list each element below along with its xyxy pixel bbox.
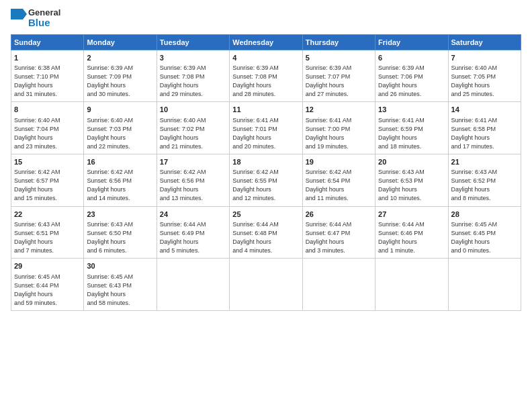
day-info: Sunrise: 6:42 AMSunset: 6:56 PMDaylight … [160, 168, 226, 203]
day-info: Sunrise: 6:42 AMSunset: 6:55 PMDaylight … [232, 168, 299, 203]
calendar-day-cell: 22Sunrise: 6:43 AMSunset: 6:51 PMDayligh… [11, 206, 84, 259]
calendar-day-cell: 2Sunrise: 6:39 AMSunset: 7:09 PMDaylight… [84, 50, 157, 102]
calendar-day-cell: 16Sunrise: 6:42 AMSunset: 6:56 PMDayligh… [84, 154, 157, 206]
calendar-day-cell: 14Sunrise: 6:41 AMSunset: 6:58 PMDayligh… [448, 102, 521, 154]
day-number: 2 [87, 53, 153, 63]
day-number: 16 [87, 157, 153, 167]
calendar-day-cell: 1Sunrise: 6:38 AMSunset: 7:10 PMDaylight… [11, 50, 84, 102]
day-number: 10 [160, 105, 226, 115]
day-number: 15 [14, 157, 81, 167]
day-info: Sunrise: 6:43 AMSunset: 6:51 PMDaylight … [14, 220, 81, 255]
day-info: Sunrise: 6:41 AMSunset: 7:00 PMDaylight … [306, 116, 372, 151]
weekday-header: Sunday [11, 34, 84, 50]
calendar-day-cell: 25Sunrise: 6:44 AMSunset: 6:48 PMDayligh… [230, 206, 302, 259]
page: GeneralBlue SundayMondayTuesdayWednesday… [0, 0, 532, 411]
calendar-day-cell: 30Sunrise: 6:45 AMSunset: 6:43 PMDayligh… [84, 259, 157, 311]
day-number: 27 [378, 210, 445, 220]
day-number: 18 [232, 157, 299, 167]
weekday-header: Thursday [302, 34, 375, 50]
day-number: 20 [378, 157, 445, 167]
day-info: Sunrise: 6:41 AMSunset: 6:59 PMDaylight … [378, 116, 445, 151]
day-number: 9 [87, 105, 153, 115]
day-info: Sunrise: 6:45 AMSunset: 6:44 PMDaylight … [14, 273, 81, 308]
calendar-table: SundayMondayTuesdayWednesdayThursdayFrid… [11, 34, 521, 311]
day-number: 7 [451, 53, 518, 63]
day-info: Sunrise: 6:40 AMSunset: 7:05 PMDaylight … [451, 64, 518, 99]
day-info: Sunrise: 6:44 AMSunset: 6:47 PMDaylight … [306, 220, 372, 255]
day-number: 11 [232, 105, 299, 115]
calendar-day-cell: 5Sunrise: 6:39 AMSunset: 7:07 PMDaylight… [302, 50, 375, 102]
day-number: 24 [160, 210, 226, 220]
day-number: 12 [306, 105, 372, 115]
day-info: Sunrise: 6:39 AMSunset: 7:06 PMDaylight … [378, 64, 445, 99]
calendar-day-cell: 21Sunrise: 6:43 AMSunset: 6:52 PMDayligh… [448, 154, 521, 206]
day-number: 4 [232, 53, 299, 63]
day-number: 23 [87, 210, 153, 220]
day-info: Sunrise: 6:39 AMSunset: 7:08 PMDaylight … [160, 64, 226, 99]
logo: GeneralBlue [11, 8, 60, 29]
day-info: Sunrise: 6:44 AMSunset: 6:49 PMDaylight … [160, 220, 226, 255]
weekday-header: Saturday [448, 34, 521, 50]
day-info: Sunrise: 6:44 AMSunset: 6:46 PMDaylight … [378, 220, 445, 255]
day-info: Sunrise: 6:39 AMSunset: 7:08 PMDaylight … [232, 64, 299, 99]
day-number: 22 [14, 210, 81, 220]
day-number: 25 [232, 210, 299, 220]
weekday-header: Monday [84, 34, 157, 50]
calendar-week-row: 29Sunrise: 6:45 AMSunset: 6:44 PMDayligh… [11, 259, 521, 311]
day-info: Sunrise: 6:39 AMSunset: 7:07 PMDaylight … [306, 64, 372, 99]
calendar-week-row: 1Sunrise: 6:38 AMSunset: 7:10 PMDaylight… [11, 50, 521, 102]
svg-marker-0 [11, 9, 27, 19]
day-info: Sunrise: 6:40 AMSunset: 7:04 PMDaylight … [14, 116, 81, 151]
day-number: 26 [306, 210, 372, 220]
day-info: Sunrise: 6:43 AMSunset: 6:53 PMDaylight … [378, 168, 445, 203]
calendar-day-cell: 24Sunrise: 6:44 AMSunset: 6:49 PMDayligh… [157, 206, 229, 259]
calendar-day-cell: 15Sunrise: 6:42 AMSunset: 6:57 PMDayligh… [11, 154, 84, 206]
day-number: 14 [451, 105, 518, 115]
calendar-day-cell: 9Sunrise: 6:40 AMSunset: 7:03 PMDaylight… [84, 102, 157, 154]
calendar-day-cell: 27Sunrise: 6:44 AMSunset: 6:46 PMDayligh… [375, 206, 448, 259]
calendar-day-cell: 11Sunrise: 6:41 AMSunset: 7:01 PMDayligh… [230, 102, 302, 154]
calendar-week-row: 15Sunrise: 6:42 AMSunset: 6:57 PMDayligh… [11, 154, 521, 206]
day-info: Sunrise: 6:39 AMSunset: 7:09 PMDaylight … [87, 64, 153, 99]
calendar-day-cell: 12Sunrise: 6:41 AMSunset: 7:00 PMDayligh… [302, 102, 375, 154]
calendar-day-cell: 20Sunrise: 6:43 AMSunset: 6:53 PMDayligh… [375, 154, 448, 206]
day-number: 19 [306, 157, 372, 167]
calendar-header-row: SundayMondayTuesdayWednesdayThursdayFrid… [11, 34, 521, 50]
calendar-day-cell: 28Sunrise: 6:45 AMSunset: 6:45 PMDayligh… [448, 206, 521, 259]
calendar-week-row: 8Sunrise: 6:40 AMSunset: 7:04 PMDaylight… [11, 102, 521, 154]
day-number: 3 [160, 53, 226, 63]
day-number: 13 [378, 105, 445, 115]
calendar-day-cell: 26Sunrise: 6:44 AMSunset: 6:47 PMDayligh… [302, 206, 375, 259]
day-number: 30 [87, 261, 153, 271]
calendar-day-cell [302, 259, 375, 311]
calendar-day-cell [157, 259, 229, 311]
calendar-day-cell: 8Sunrise: 6:40 AMSunset: 7:04 PMDaylight… [11, 102, 84, 154]
day-info: Sunrise: 6:38 AMSunset: 7:10 PMDaylight … [14, 64, 81, 99]
calendar-day-cell: 7Sunrise: 6:40 AMSunset: 7:05 PMDaylight… [448, 50, 521, 102]
day-info: Sunrise: 6:42 AMSunset: 6:54 PMDaylight … [306, 168, 372, 203]
day-info: Sunrise: 6:40 AMSunset: 7:03 PMDaylight … [87, 116, 153, 151]
logo-text: GeneralBlue [11, 8, 60, 29]
day-info: Sunrise: 6:43 AMSunset: 6:52 PMDaylight … [451, 168, 518, 203]
calendar-day-cell: 4Sunrise: 6:39 AMSunset: 7:08 PMDaylight… [230, 50, 302, 102]
day-info: Sunrise: 6:40 AMSunset: 7:02 PMDaylight … [160, 116, 226, 151]
day-info: Sunrise: 6:45 AMSunset: 6:43 PMDaylight … [87, 273, 153, 308]
calendar-day-cell: 18Sunrise: 6:42 AMSunset: 6:55 PMDayligh… [230, 154, 302, 206]
day-info: Sunrise: 6:42 AMSunset: 6:57 PMDaylight … [14, 168, 81, 203]
day-info: Sunrise: 6:45 AMSunset: 6:45 PMDaylight … [451, 220, 518, 255]
calendar-day-cell [375, 259, 448, 311]
calendar-day-cell: 10Sunrise: 6:40 AMSunset: 7:02 PMDayligh… [157, 102, 229, 154]
day-number: 29 [14, 261, 81, 271]
day-number: 21 [451, 157, 518, 167]
day-info: Sunrise: 6:41 AMSunset: 7:01 PMDaylight … [232, 116, 299, 151]
day-info: Sunrise: 6:43 AMSunset: 6:50 PMDaylight … [87, 220, 153, 255]
day-number: 8 [14, 105, 81, 115]
logo-brand-text: GeneralBlue [28, 8, 60, 29]
weekday-header: Tuesday [157, 34, 229, 50]
calendar-day-cell: 29Sunrise: 6:45 AMSunset: 6:44 PMDayligh… [11, 259, 84, 311]
calendar-week-row: 22Sunrise: 6:43 AMSunset: 6:51 PMDayligh… [11, 206, 521, 259]
calendar-day-cell: 6Sunrise: 6:39 AMSunset: 7:06 PMDaylight… [375, 50, 448, 102]
day-info: Sunrise: 6:44 AMSunset: 6:48 PMDaylight … [232, 220, 299, 255]
day-number: 5 [306, 53, 372, 63]
calendar-day-cell [448, 259, 521, 311]
